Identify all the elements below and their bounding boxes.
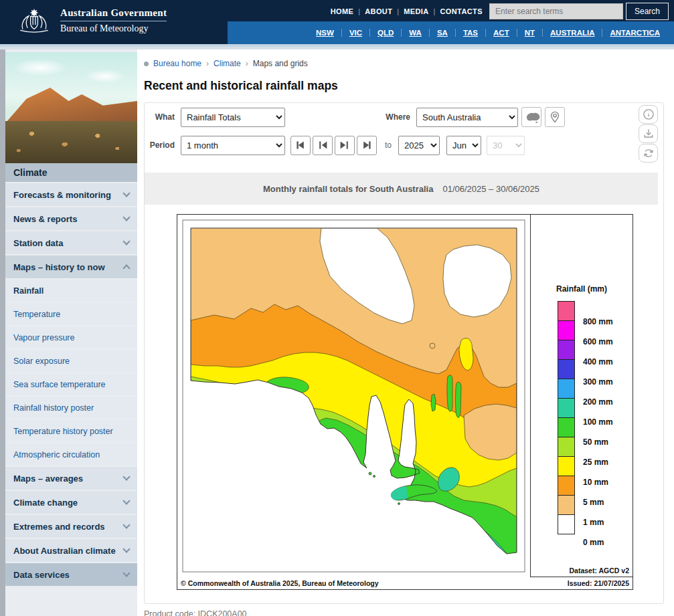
legend-swatch xyxy=(558,456,575,476)
map-title: Monthly rainfall totals for South Austra… xyxy=(263,184,433,194)
month-select[interactable]: Jun xyxy=(446,136,481,155)
period-select[interactable]: 1 month xyxy=(181,136,285,155)
chevron-down-icon xyxy=(122,569,130,577)
sidebar-subitem-atmospheric-circulation[interactable]: Atmospheric circulation xyxy=(5,443,137,466)
legend-label: 600 mm xyxy=(583,337,613,346)
nav-about[interactable]: ABOUT xyxy=(365,7,392,15)
skip-last-icon xyxy=(360,140,373,150)
australia-map-button[interactable] xyxy=(521,107,541,127)
state-wa[interactable]: WA xyxy=(401,29,429,37)
search-button[interactable]: Search xyxy=(626,3,669,20)
nav-media[interactable]: MEDIA xyxy=(404,7,428,15)
legend-title: Rainfall (mm) xyxy=(531,284,633,294)
state-act[interactable]: ACT xyxy=(485,29,517,37)
sidebar-subitem-rainfall[interactable]: Rainfall xyxy=(5,280,137,302)
sidebar-subitem-sea-surface-temperature[interactable]: Sea surface temperature xyxy=(5,373,137,395)
legend-swatch xyxy=(558,495,575,515)
year-select[interactable]: 2025 xyxy=(398,136,440,155)
state-nt[interactable]: NT xyxy=(517,29,542,37)
legend-swatch xyxy=(558,340,575,360)
bureau-title: Bureau of Meteorology xyxy=(60,23,167,34)
sidebar-item-news-reports[interactable]: News & reports xyxy=(5,207,137,230)
breadcrumb-bureau-home[interactable]: Bureau home xyxy=(153,59,201,68)
refresh-button[interactable] xyxy=(639,144,658,163)
location-pin-button[interactable] xyxy=(545,107,565,127)
legend-label: 1 mm xyxy=(583,518,604,527)
download-button[interactable] xyxy=(639,124,658,143)
skip-last-button[interactable] xyxy=(357,136,377,155)
south-australia-rainfall-map xyxy=(177,215,530,577)
controls-row-2: Period 1 month t xyxy=(145,135,658,155)
sidebar-item-maps-history-to-now[interactable]: Maps – history to now xyxy=(5,255,137,278)
legend-label: 100 mm xyxy=(583,417,613,427)
breadcrumb-bullet-icon xyxy=(144,62,149,66)
where-label: Where xyxy=(382,112,410,122)
sidebar-item-extremes-and-records[interactable]: Extremes and records xyxy=(5,515,137,538)
sidebar-item-climate-change[interactable]: Climate change xyxy=(5,491,137,514)
location-pin-icon xyxy=(548,110,562,124)
coat-of-arms-icon xyxy=(16,5,52,36)
product-code: Product code: IDCK200A00 xyxy=(144,609,674,616)
map-title-bar: Monthly rainfall totals for South Austra… xyxy=(145,173,658,205)
skip-first-button[interactable] xyxy=(290,136,311,155)
legend-color-scale xyxy=(558,302,575,534)
sidebar-subitem-temperature-history-poster[interactable]: Temperature history poster xyxy=(5,420,137,442)
legend-swatch xyxy=(558,301,575,321)
sidebar-subitem-solar-exposure[interactable]: Solar exposure xyxy=(5,350,137,372)
legend-swatch xyxy=(558,320,575,340)
what-label: What xyxy=(145,112,175,122)
legend-swatch xyxy=(558,476,575,496)
state-antarctica[interactable]: ANTARCTICA xyxy=(602,29,667,37)
breadcrumb-climate[interactable]: Climate xyxy=(214,59,241,68)
sidebar-item-about-australian-climate[interactable]: About Australian climate xyxy=(5,539,137,562)
skip-first-icon xyxy=(294,140,307,150)
sidebar-item-forecasts-monitoring[interactable]: Forecasts & monitoring xyxy=(5,183,137,206)
chevron-down-icon xyxy=(122,473,130,480)
nav-contacts[interactable]: CONTACTS xyxy=(440,7,483,15)
search-input[interactable] xyxy=(489,3,623,19)
state-qld[interactable]: QLD xyxy=(369,29,401,37)
legend-label: 0 mm xyxy=(583,538,604,547)
chevron-down-icon xyxy=(122,521,130,528)
sidebar-subitem-rainfall-history-poster[interactable]: Rainfall history poster xyxy=(5,397,137,419)
info-icon xyxy=(642,108,655,121)
to-label: to xyxy=(385,140,392,150)
sidebar-subitem-temperature[interactable]: Temperature xyxy=(5,303,137,325)
controls-row-1: What Rainfall Totals Where South Austral… xyxy=(145,107,658,127)
main-content: Bureau home › Climate › Maps and grids R… xyxy=(137,49,674,616)
chevron-down-icon xyxy=(122,189,130,197)
what-select[interactable]: Rainfall Totals xyxy=(181,108,285,127)
step-forward-button[interactable] xyxy=(335,136,355,155)
sidebar: Climate Forecasts & monitoring News & re… xyxy=(5,49,137,616)
step-back-button[interactable] xyxy=(313,136,333,155)
nav-home[interactable]: HOME xyxy=(331,7,354,15)
sidebar-section-title: Climate xyxy=(5,163,137,182)
legend-swatch xyxy=(558,437,575,457)
state-vic[interactable]: VIC xyxy=(341,29,369,37)
sidebar-item-station-data[interactable]: Station data xyxy=(5,231,137,254)
sidebar-item-data-services[interactable]: Data services xyxy=(5,563,137,586)
legend-label: 800 mm xyxy=(583,317,613,326)
state-sa[interactable]: SA xyxy=(429,29,455,37)
state-nsw[interactable]: NSW xyxy=(309,29,341,37)
day-select[interactable]: 30 xyxy=(487,136,525,155)
legend-label: 5 mm xyxy=(583,498,604,507)
where-select[interactable]: South Australia xyxy=(416,108,518,127)
left-gutter xyxy=(0,49,5,616)
state-tas[interactable]: TAS xyxy=(455,29,485,37)
sidebar-subitem-vapour-pressure[interactable]: Vapour pressure xyxy=(5,326,137,348)
bom-logo[interactable]: Australian Government Bureau of Meteorol… xyxy=(16,5,167,36)
top-nav: HOME| ABOUT| MEDIA| CONTACTS xyxy=(331,7,483,15)
state-australia[interactable]: AUSTRALIA xyxy=(542,29,602,37)
legend-swatch xyxy=(558,514,575,534)
info-button[interactable] xyxy=(639,105,658,124)
page-title: Recent and historical rainfall maps xyxy=(144,79,674,93)
map-copyright: © Commonwealth of Australia 2025, Bureau… xyxy=(181,579,379,587)
legend-label: 200 mm xyxy=(583,397,613,407)
legend-swatch xyxy=(558,379,575,399)
refresh-icon xyxy=(642,146,655,160)
results-box: What Rainfall Totals Where South Austral… xyxy=(144,102,664,604)
sidebar-item-maps-averages[interactable]: Maps – averages xyxy=(5,467,137,490)
chevron-down-icon xyxy=(122,545,130,552)
legend-swatch xyxy=(558,359,575,379)
